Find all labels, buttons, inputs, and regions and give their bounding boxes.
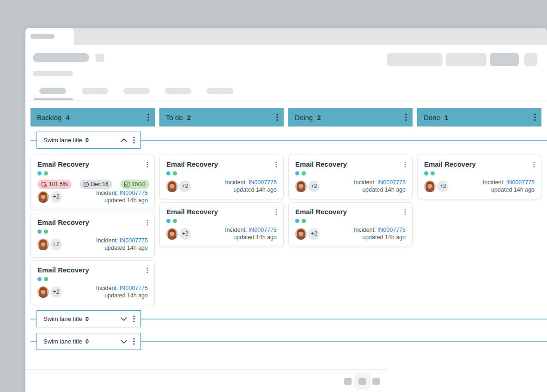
toolbar-button-placeholder-2[interactable] bbox=[446, 53, 486, 66]
updated-text: updated 14h ago bbox=[354, 186, 406, 193]
card-menu-icon[interactable] bbox=[404, 162, 406, 168]
extra-assignees-badge[interactable]: +2 bbox=[308, 228, 320, 240]
status-dot-green bbox=[302, 219, 306, 223]
kanban-card[interactable]: Email Recovery +2 Incident: IN0007775 up… bbox=[288, 155, 413, 199]
nav-tab-placeholder-4[interactable] bbox=[165, 88, 191, 94]
page-dot-1[interactable] bbox=[344, 378, 352, 385]
chevron-up-icon[interactable] bbox=[121, 137, 127, 144]
card-menu-icon[interactable] bbox=[146, 220, 148, 226]
extra-assignees-badge[interactable]: +2 bbox=[308, 181, 320, 192]
assignee-avatar bbox=[424, 181, 436, 192]
incident-link[interactable]: IN0007775 bbox=[506, 179, 535, 186]
column-menu-icon[interactable] bbox=[534, 114, 536, 121]
kanban-card[interactable]: Email Recovery +2 Incident: IN0007775 up… bbox=[30, 213, 155, 258]
toolbar-button-placeholder-3[interactable] bbox=[490, 53, 519, 66]
column-menu-icon[interactable] bbox=[276, 114, 278, 121]
swimlane-menu-icon[interactable] bbox=[133, 315, 135, 322]
incident-link[interactable]: IN0007775 bbox=[377, 179, 406, 186]
swimlane-header-1[interactable]: Swim lane title 0 bbox=[36, 132, 141, 149]
kanban-card[interactable]: Email Recovery +2 Incident: IN0007775 up… bbox=[159, 155, 284, 199]
column-menu-icon[interactable] bbox=[147, 114, 149, 121]
card-menu-icon[interactable] bbox=[146, 162, 148, 168]
assignee-avatar bbox=[295, 228, 307, 240]
kanban-card[interactable]: Email Recovery 101.5% Dec 16 10/10 bbox=[30, 155, 155, 210]
assignees: +2 bbox=[166, 228, 191, 240]
swimlane-count: 0 bbox=[85, 315, 89, 322]
column-label: Doing bbox=[295, 114, 313, 121]
status-dots bbox=[424, 171, 535, 175]
nav-tab-placeholder-5[interactable] bbox=[207, 88, 233, 94]
extra-assignees-badge[interactable]: +2 bbox=[179, 181, 191, 192]
extra-assignees-badge[interactable]: +2 bbox=[50, 239, 62, 250]
status-dots bbox=[295, 171, 406, 175]
card-header: Email Recovery bbox=[166, 208, 277, 216]
title-action-icon-placeholder[interactable] bbox=[96, 54, 104, 62]
card-footer: +2 Incident: IN0007775 updated 14h ago bbox=[37, 189, 148, 204]
swimlane-header-2[interactable]: Swim lane title 0 bbox=[36, 310, 141, 327]
incident-link[interactable]: IN0007775 bbox=[377, 227, 406, 233]
extra-assignees-badge[interactable]: +2 bbox=[50, 191, 62, 203]
status-dot-green bbox=[173, 219, 177, 223]
incident-link[interactable]: IN0007775 bbox=[120, 190, 148, 196]
card-title: Email Recovery bbox=[166, 208, 218, 216]
column-menu-icon[interactable] bbox=[405, 114, 407, 121]
swimlane-title: Swim lane title bbox=[43, 137, 82, 144]
column-count: 1 bbox=[444, 114, 448, 121]
assignees: +2 bbox=[295, 228, 320, 240]
incident-label: Incident: bbox=[96, 237, 118, 244]
toolbar-button-placeholder-1[interactable] bbox=[387, 53, 443, 66]
swimlane-menu-icon[interactable] bbox=[133, 338, 135, 345]
card-meta: Incident: IN0007775 updated 14h ago bbox=[354, 226, 406, 241]
card-menu-icon[interactable] bbox=[275, 209, 277, 215]
page-dot-2-active[interactable] bbox=[359, 378, 366, 385]
tabs-divider bbox=[25, 100, 547, 101]
card-badges: 101.5% Dec 16 10/10 bbox=[37, 180, 148, 189]
card-menu-icon[interactable] bbox=[533, 162, 535, 168]
incident-link[interactable]: IN0007775 bbox=[120, 285, 148, 291]
chevron-down-icon[interactable] bbox=[121, 315, 127, 322]
swimlane-header-3[interactable]: Swim lane title 0 bbox=[36, 333, 141, 350]
nav-tab-placeholder-2[interactable] bbox=[82, 88, 108, 94]
kanban-card[interactable]: Email Recovery +2 Incident: IN0007775 up… bbox=[417, 155, 541, 199]
kanban-card[interactable]: Email Recovery +2 Incident: IN0007775 up… bbox=[159, 202, 284, 247]
browser-tab[interactable] bbox=[25, 28, 74, 45]
nav-tab-placeholder-3[interactable] bbox=[123, 88, 150, 94]
card-footer: +2 Incident: IN0007775 updated 14h ago bbox=[166, 226, 277, 241]
card-meta: Incident: IN0007775 updated 14h ago bbox=[483, 179, 535, 193]
assignee-avatar bbox=[37, 286, 49, 298]
browser-chrome bbox=[25, 28, 547, 45]
extra-assignees-badge[interactable]: +2 bbox=[437, 181, 449, 192]
swimlane-menu-icon[interactable] bbox=[133, 137, 135, 144]
clock-icon bbox=[83, 181, 89, 187]
card-menu-icon[interactable] bbox=[146, 267, 148, 273]
card-menu-icon[interactable] bbox=[275, 162, 277, 168]
incident-link[interactable]: IN0007775 bbox=[249, 179, 277, 186]
status-dot-green bbox=[44, 229, 48, 234]
extra-assignees-badge[interactable]: +2 bbox=[179, 228, 191, 240]
column-count: 2 bbox=[317, 114, 321, 121]
kanban-card[interactable]: Email Recovery +2 Incident: IN0007775 up… bbox=[288, 202, 413, 247]
card-menu-icon[interactable] bbox=[404, 209, 406, 215]
chevron-down-icon[interactable] bbox=[121, 338, 127, 345]
page-dot-3[interactable] bbox=[372, 378, 380, 385]
column-header-done: Done 1 bbox=[417, 108, 541, 127]
swimlane-title: Swim lane title bbox=[43, 315, 82, 322]
card-header: Email Recovery bbox=[424, 160, 535, 168]
incident-link[interactable]: IN0007775 bbox=[249, 227, 277, 233]
status-dot-teal bbox=[37, 277, 42, 281]
assignees: +2 bbox=[166, 181, 191, 192]
kanban-card[interactable]: Email Recovery +2 Incident: IN0007775 up… bbox=[30, 260, 155, 305]
incident-link[interactable]: IN0007775 bbox=[120, 237, 148, 244]
due-date-badge: Dec 16 bbox=[79, 180, 112, 189]
overdue-badge: 101.5% bbox=[37, 180, 72, 189]
status-dot-teal bbox=[166, 219, 170, 223]
status-dots bbox=[37, 171, 148, 175]
swimlane-line-right bbox=[141, 140, 547, 141]
extra-assignees-badge[interactable]: +2 bbox=[50, 286, 62, 298]
card-title: Email Recovery bbox=[424, 160, 476, 168]
card-meta: Incident: IN0007775 updated 14h ago bbox=[225, 179, 277, 193]
page-title-placeholder bbox=[33, 53, 89, 62]
nav-tab-placeholder-1-active[interactable] bbox=[39, 88, 66, 94]
toolbar-icon-button-placeholder[interactable] bbox=[524, 53, 537, 66]
updated-text: updated 14h ago bbox=[96, 292, 148, 299]
